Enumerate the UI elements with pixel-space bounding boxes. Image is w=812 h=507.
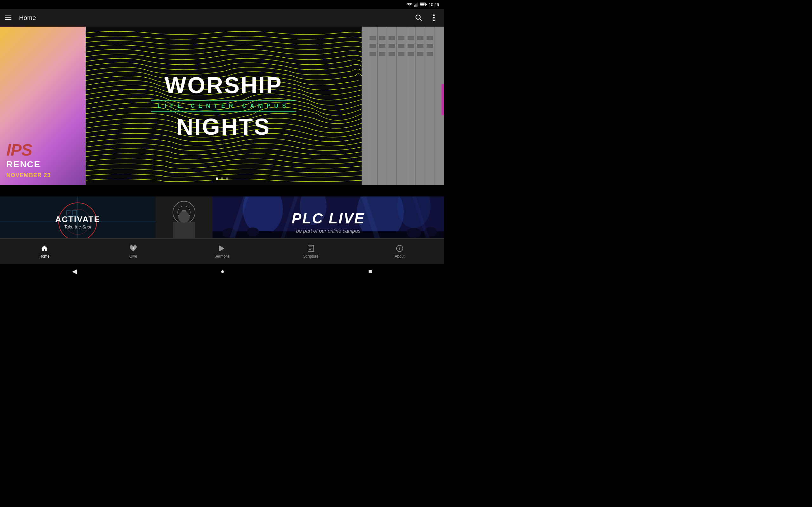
system-nav: ◀ ● ■ [0, 264, 444, 279]
signal-icon [414, 2, 418, 7]
svg-point-0 [409, 6, 410, 7]
svg-rect-15 [368, 26, 368, 185]
nav-home-label: Home [39, 254, 49, 259]
svg-point-67 [247, 228, 259, 236]
more-icon [433, 14, 435, 21]
status-time: 10:26 [428, 2, 439, 7]
app-bar-title: Home [19, 14, 414, 21]
nav-about[interactable]: About [355, 241, 444, 261]
more-options-button[interactable] [429, 13, 439, 23]
svg-rect-27 [379, 44, 386, 48]
home-button[interactable]: ● [220, 268, 224, 275]
svg-point-83 [399, 247, 400, 247]
svg-rect-3 [416, 3, 416, 7]
svg-rect-31 [389, 52, 395, 56]
bottom-nav: Home Give Sermons Scrip [0, 238, 444, 264]
svg-rect-32 [398, 36, 404, 40]
svg-rect-19 [406, 26, 406, 185]
scripture-icon [306, 244, 315, 253]
svg-rect-30 [379, 52, 386, 56]
plc-live-subtitle: be part of our online campus [292, 228, 365, 234]
svg-point-12 [433, 20, 435, 21]
svg-rect-16 [377, 26, 378, 185]
carousel-dot-3[interactable] [226, 177, 229, 180]
hero-left-card[interactable]: IPS RENCE NOVEMBER 23 [0, 26, 86, 185]
svg-point-10 [433, 14, 435, 16]
svg-rect-1 [414, 5, 415, 7]
back-button[interactable]: ◀ [72, 268, 77, 275]
activate-subtitle: Take the Shot [55, 224, 100, 229]
carousel-dot-2[interactable] [221, 177, 223, 180]
carousel-dot-1[interactable] [216, 177, 218, 180]
svg-rect-28 [389, 44, 395, 48]
svg-rect-17 [387, 26, 387, 185]
svg-rect-21 [425, 26, 425, 185]
nav-sermons-label: Sermons [214, 254, 230, 259]
status-bar: 10:26 [0, 0, 444, 9]
battery-icon [420, 3, 426, 6]
nav-sermons[interactable]: Sermons [177, 241, 266, 261]
status-icons: 10:26 [407, 2, 439, 7]
svg-marker-74 [220, 245, 224, 251]
svg-rect-76 [308, 245, 314, 251]
carousel-dots[interactable] [216, 177, 229, 180]
nav-about-label: About [395, 254, 404, 259]
building-image [362, 26, 444, 185]
main-content: IPS RENCE NOVEMBER 23 [0, 26, 444, 247]
hero-worship-text: WORSHIP [165, 74, 283, 97]
hero-center-content: WORSHIP LIFE CENTER CAMPUS NIGHTS [151, 74, 296, 138]
svg-line-9 [420, 19, 421, 20]
svg-rect-75 [219, 245, 220, 251]
svg-point-8 [416, 15, 420, 19]
recents-button[interactable]: ■ [368, 268, 372, 275]
hero-subtitle: LIFE CENTER CAMPUS [151, 101, 296, 112]
svg-rect-25 [389, 36, 395, 40]
left-card-text-top: IPS [6, 142, 79, 158]
svg-rect-43 [426, 52, 433, 56]
home-icon [40, 244, 49, 253]
svg-rect-7 [420, 3, 425, 6]
svg-rect-41 [426, 36, 433, 40]
menu-button[interactable] [5, 15, 11, 20]
svg-rect-20 [415, 26, 416, 185]
nav-scripture-label: Scripture [303, 254, 318, 259]
svg-rect-22 [435, 26, 435, 185]
svg-rect-39 [417, 44, 423, 48]
nav-give-label: Give [130, 254, 137, 259]
svg-point-59 [178, 211, 190, 223]
svg-rect-23 [369, 36, 376, 40]
sermons-icon [217, 244, 226, 253]
svg-rect-44 [442, 83, 444, 115]
search-icon [415, 14, 422, 21]
svg-point-11 [433, 17, 435, 19]
app-bar: Home [0, 9, 444, 26]
plc-live-title: PLC LIVE [292, 210, 365, 227]
svg-rect-14 [362, 26, 444, 185]
search-button[interactable] [414, 13, 424, 23]
hero-center-card[interactable]: WORSHIP LIFE CENTER CAMPUS NIGHTS [86, 26, 362, 185]
left-card-text-mid: RENCE [6, 159, 79, 170]
left-card-date: NOVEMBER 23 [6, 172, 79, 179]
svg-rect-36 [408, 44, 414, 48]
about-icon [395, 244, 404, 253]
plc-live-content: PLC LIVE be part of our online campus [292, 210, 365, 234]
svg-point-68 [407, 228, 421, 238]
activate-title: ACTIVATE [55, 215, 100, 224]
hero-nights-text: NIGHTS [177, 115, 270, 138]
svg-rect-18 [397, 26, 397, 185]
svg-rect-4 [417, 3, 417, 7]
svg-rect-37 [408, 52, 414, 56]
hero-carousel[interactable]: IPS RENCE NOVEMBER 23 [0, 26, 444, 185]
hero-right-card[interactable] [362, 26, 444, 185]
give-icon [129, 244, 138, 253]
svg-rect-6 [426, 4, 426, 5]
activate-text: ACTIVATE Take the Shot [55, 215, 100, 229]
svg-rect-35 [408, 36, 414, 40]
nav-scripture[interactable]: Scripture [266, 241, 355, 261]
building-svg [362, 26, 444, 185]
svg-rect-38 [417, 36, 423, 40]
svg-rect-40 [417, 52, 423, 56]
nav-give[interactable]: Give [89, 241, 177, 261]
nav-home[interactable]: Home [0, 241, 89, 261]
svg-rect-24 [379, 36, 386, 40]
